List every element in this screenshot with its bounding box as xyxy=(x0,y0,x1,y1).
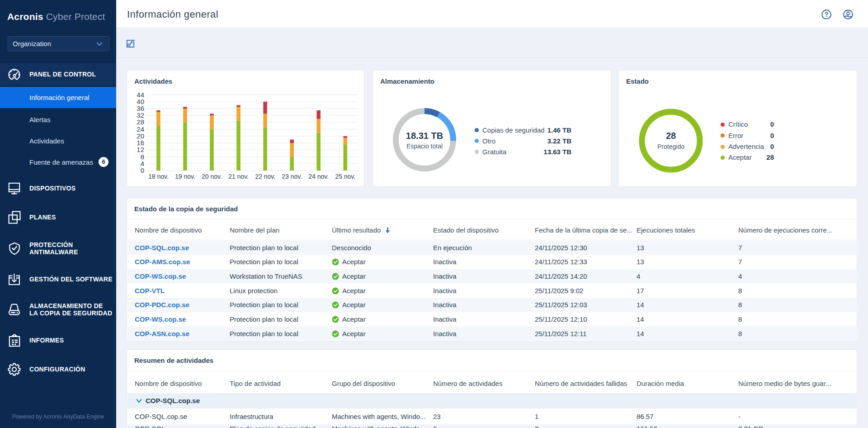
svg-text:18 nov.: 18 nov. xyxy=(148,173,169,180)
svg-text:19 nov.: 19 nov. xyxy=(175,173,195,180)
svg-text:20 nov.: 20 nov. xyxy=(202,173,222,180)
svg-text:16: 16 xyxy=(137,139,144,147)
svg-text:32: 32 xyxy=(137,111,144,119)
svg-text:24: 24 xyxy=(137,125,144,133)
svg-text:0: 0 xyxy=(141,166,144,174)
svg-text:20: 20 xyxy=(137,132,144,140)
svg-text:44: 44 xyxy=(137,91,144,99)
svg-text:36: 36 xyxy=(137,105,144,112)
svg-text:4: 4 xyxy=(141,160,144,167)
svg-text:21 nov.: 21 nov. xyxy=(228,173,249,180)
svg-text:24 nov.: 24 nov. xyxy=(308,173,329,180)
svg-text:?: ? xyxy=(825,11,829,18)
svg-text:8: 8 xyxy=(141,153,144,161)
svg-text:40: 40 xyxy=(137,98,144,105)
svg-text:22 nov.: 22 nov. xyxy=(255,173,275,180)
svg-text:25 nov.: 25 nov. xyxy=(335,173,355,180)
svg-text:23 nov.: 23 nov. xyxy=(282,173,302,180)
svg-text:28: 28 xyxy=(137,118,144,126)
svg-text:12: 12 xyxy=(137,146,144,153)
